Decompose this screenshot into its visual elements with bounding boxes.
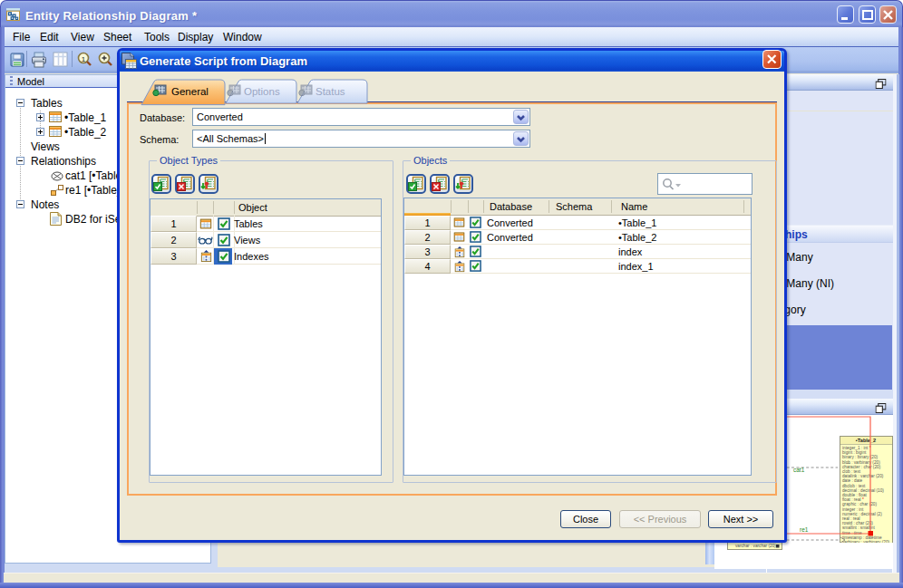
svg-text:Options: Options <box>244 86 280 97</box>
svg-text:General: General <box>171 86 209 97</box>
svg-text:cat1: cat1 <box>793 467 805 473</box>
svg-text:Status: Status <box>316 86 345 97</box>
svg-text:varchar : varchar (20): varchar : varchar (20) <box>735 544 776 548</box>
svg-text:re1: re1 <box>800 526 809 533</box>
svg-text:1: 1 <box>82 55 86 63</box>
svg-text:..: .. <box>847 458 850 465</box>
